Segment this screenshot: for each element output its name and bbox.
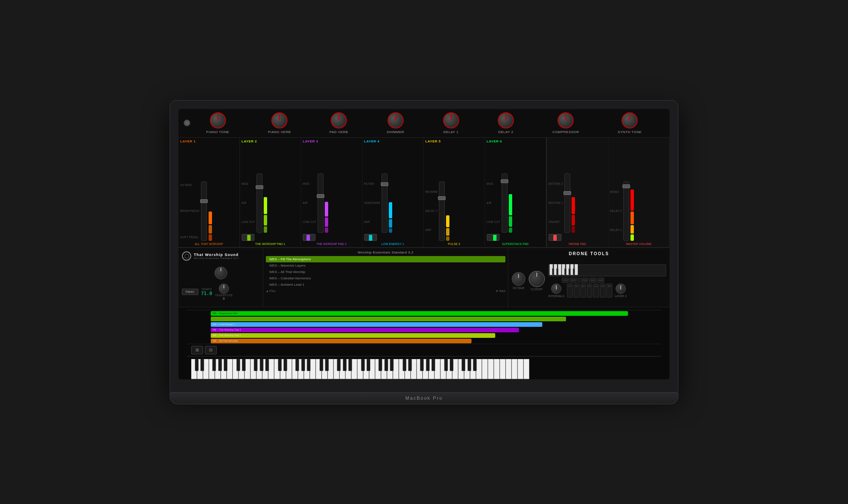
- svg-rect-82: [403, 359, 406, 371]
- note-fs2[interactable]: F#2: [581, 278, 588, 283]
- left-controls: ◯ That Worship Sound Worship Essentials …: [179, 248, 263, 307]
- close-button[interactable]: ×: [184, 120, 190, 126]
- preset-prev-button[interactable]: ▲ Prev: [266, 290, 276, 292]
- note-c2[interactable]: C2: [567, 284, 573, 298]
- piano-svg: [191, 359, 530, 379]
- svg-rect-79: [379, 359, 382, 371]
- layer3-air-label: AIR: [303, 201, 316, 204]
- layer5-name: PULSE 3: [425, 242, 483, 245]
- logo-circle: ◯: [182, 251, 191, 261]
- intervals-knob[interactable]: [551, 284, 561, 294]
- layer7-motion2-label: MOTION 2: [549, 182, 563, 185]
- octave-knob-group: OCTAVE: [512, 272, 525, 290]
- svg-rect-81: [390, 359, 393, 371]
- shimmer-knob[interactable]: [388, 112, 404, 128]
- panic-button[interactable]: PANIC: [182, 289, 198, 295]
- layer7-fader[interactable]: [564, 173, 570, 233]
- layer3-lowcut-label: LOW CUT: [303, 220, 316, 223]
- layer1-softpedal-label: SOFT PEDAL: [180, 236, 199, 239]
- preset-item-2[interactable]: WES – All That Worship: [266, 269, 505, 275]
- svg-rect-65: [260, 359, 263, 371]
- drone-title: DRONE TOOLS: [512, 251, 666, 256]
- delay1-knob[interactable]: [443, 112, 459, 128]
- layer3-fader[interactable]: [318, 173, 324, 233]
- note-b2[interactable]: B2: [606, 284, 612, 298]
- preset-item-3[interactable]: WES – Celestial Harmonics: [266, 275, 505, 281]
- octave-knob[interactable]: [512, 272, 525, 286]
- layer4-fader[interactable]: [382, 173, 388, 233]
- svg-rect-76: [349, 359, 352, 371]
- layer8-fader[interactable]: [623, 181, 629, 241]
- compressor-knob[interactable]: [558, 112, 574, 128]
- piano-verb-knob[interactable]: [271, 112, 287, 128]
- key-cs[interactable]: [552, 268, 554, 275]
- note-a2[interactable]: A2: [600, 284, 605, 298]
- svg-rect-87: [444, 359, 448, 371]
- svg-rect-83: [408, 359, 412, 371]
- layer6-fader[interactable]: [502, 173, 508, 233]
- layer4-sidechain-label: SIDECHAIN: [364, 201, 380, 204]
- layer4-arp-fader[interactable]: [364, 234, 377, 241]
- svg-rect-90: [468, 359, 471, 371]
- key-ds[interactable]: [556, 268, 558, 275]
- svg-rect-50: [488, 359, 494, 379]
- key-b[interactable]: [575, 264, 578, 275]
- key-e[interactable]: [558, 264, 561, 275]
- delay2-knob[interactable]: [498, 112, 514, 128]
- note-cs2[interactable]: C#2: [562, 278, 569, 283]
- note-e2[interactable]: E2: [580, 284, 586, 298]
- svg-rect-48: [476, 359, 482, 379]
- sequence-container: WE – Superstack Pad WE – Low Energy 1 WE…: [179, 307, 669, 379]
- layer1-octave-label: OCTAVE: [180, 184, 199, 187]
- layer2-fader[interactable]: [257, 173, 262, 233]
- layer6-name: SUPERSTACK PAD: [487, 242, 544, 245]
- layer6-lowcut-fader[interactable]: [487, 234, 499, 241]
- note-d2[interactable]: D2: [574, 284, 580, 298]
- key-as[interactable]: [573, 268, 575, 275]
- knob-group-shimmer: SHIMMER: [387, 112, 404, 134]
- transpose-knob[interactable]: [219, 284, 229, 294]
- piano-verb-label: PIANO VERB: [268, 130, 291, 134]
- piano-tone-knob[interactable]: [210, 112, 226, 128]
- logo-subtitle: Worship Essentials Standard V3.2: [194, 257, 239, 259]
- transport-knob[interactable]: [215, 267, 227, 279]
- layer8-name: MASTER VOLUME: [610, 242, 668, 245]
- note-f2[interactable]: F2: [587, 284, 592, 298]
- svg-rect-6: [227, 359, 232, 379]
- key-gs[interactable]: [569, 268, 571, 275]
- mix-controls: ⊞ ⊟: [187, 344, 661, 356]
- key-fs[interactable]: [564, 268, 566, 275]
- svg-rect-52: [500, 359, 505, 379]
- preset-item-1[interactable]: WES – Maverick Layers: [266, 262, 505, 269]
- svg-rect-75: [343, 359, 346, 371]
- preset-item-4[interactable]: WES – Ambient Lead 1: [266, 281, 505, 288]
- svg-rect-89: [462, 359, 465, 371]
- note-as2[interactable]: A#2: [597, 278, 605, 283]
- preset-next-button[interactable]: ▼ Next: [496, 290, 505, 292]
- mix-btn-2[interactable]: ⊟: [205, 346, 217, 354]
- layer4-name: LOW ENERGY 1: [364, 242, 422, 245]
- preset-item-0[interactable]: WES – Fill The Atmosphere: [266, 256, 505, 262]
- note-g2[interactable]: G2: [593, 284, 599, 298]
- cutoff-knob[interactable]: [529, 271, 545, 287]
- layer6-lowcut-label: LOW CUT: [487, 220, 500, 223]
- preset-area: Worship Essentials Standard 3.2 WES – Fi…: [263, 248, 508, 307]
- svg-rect-88: [450, 359, 453, 371]
- note-gs2[interactable]: G#2: [589, 278, 596, 283]
- layer3-lowcut-fader[interactable]: [303, 234, 315, 241]
- layer5-fader[interactable]: [439, 181, 445, 241]
- mix-btn-1[interactable]: ⊞: [191, 346, 203, 354]
- layer-3-column: LAYER 3 MOD AIR LOW CUT: [301, 138, 363, 247]
- layer8-delay2-label: DELAY 2: [610, 209, 622, 212]
- layer2-lowcut-fader[interactable]: [242, 234, 254, 241]
- synth-tone-knob[interactable]: [622, 112, 638, 128]
- note-ds2[interactable]: D#2: [570, 278, 577, 283]
- pad-verb-knob[interactable]: [331, 112, 347, 128]
- layer6-meter: [509, 178, 512, 233]
- layer7-onoff-fader[interactable]: [549, 234, 561, 241]
- svg-rect-61: [224, 359, 227, 371]
- layer1-fader[interactable]: [201, 181, 207, 241]
- layer2-drone-knob[interactable]: [616, 284, 626, 294]
- laptop-container: × PIANO TONE PIANO VERB PAD VERB: [170, 100, 678, 404]
- drone-section: DRONE TOOLS OCTAVE CUTOFF: [508, 248, 669, 307]
